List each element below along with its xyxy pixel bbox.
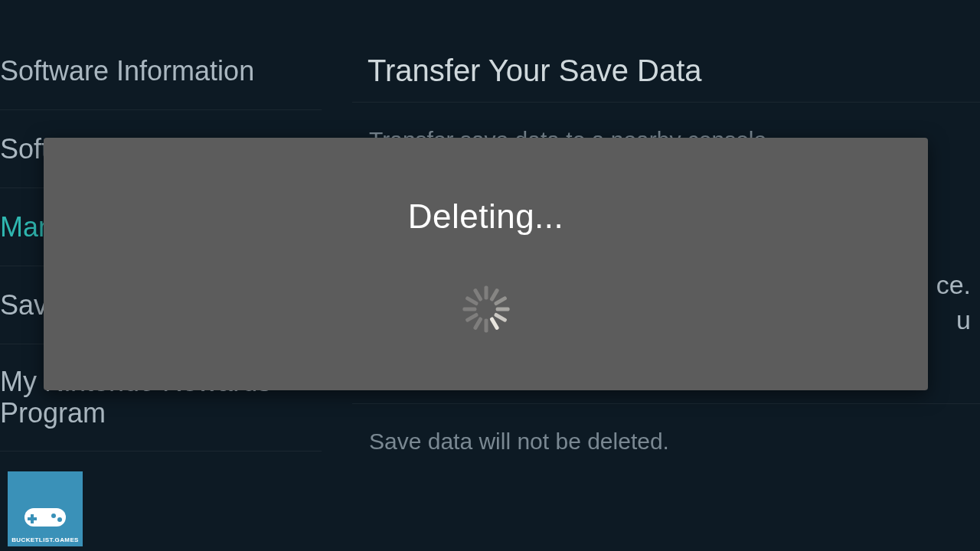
loading-spinner-icon	[457, 280, 515, 338]
svg-point-4	[57, 517, 62, 522]
sidebar-item-label: Software Information	[0, 55, 254, 86]
fragment-line: ce.	[936, 270, 971, 299]
fragment-line: u	[956, 305, 971, 334]
svg-rect-2	[28, 517, 37, 520]
watermark-logo: BUCKETLIST.GAMES	[8, 471, 83, 546]
section-body-delete-software: Save data will not be deleted.	[352, 404, 980, 504]
watermark-text: BUCKETLIST.GAMES	[11, 536, 79, 543]
modal-message: Deleting...	[408, 197, 564, 236]
sidebar-item-software-information[interactable]: Software Information	[0, 0, 322, 110]
gamepad-icon	[23, 504, 67, 530]
section-title-transfer: Transfer Your Save Data	[352, 0, 980, 103]
svg-point-3	[51, 514, 56, 518]
truncated-text-fragment: ce. u	[936, 268, 971, 338]
deleting-modal: Deleting...	[44, 138, 928, 390]
